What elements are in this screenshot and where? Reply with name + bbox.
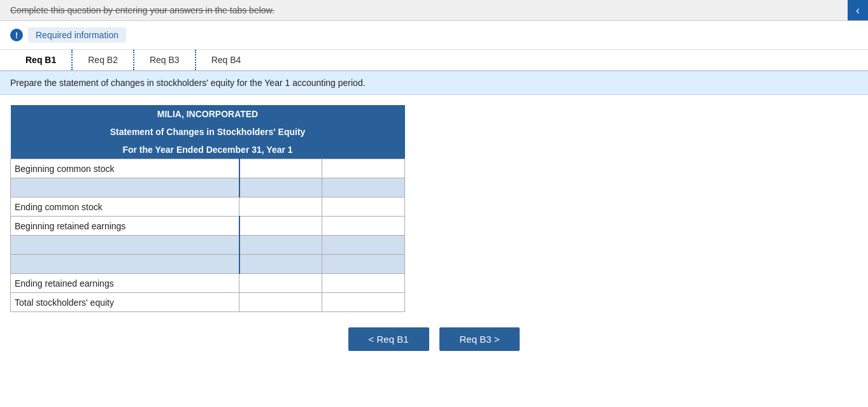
prev-button[interactable]: < Req B1 [348, 327, 429, 351]
input-field-1-5[interactable] [243, 256, 319, 272]
input-cell-2-0 [322, 159, 405, 178]
input-cell-1-4[interactable] [239, 236, 322, 255]
table-row: Beginning retained earnings [11, 217, 405, 236]
statement-table-container: MILIA, INCORPORATED Statement of Changes… [10, 105, 405, 312]
row-label-1 [11, 178, 239, 197]
table-row: Ending retained earnings [11, 274, 405, 293]
table-row [11, 178, 405, 197]
input-cell-2-1 [322, 178, 405, 197]
input-cell-1-5[interactable] [239, 255, 322, 274]
tabs-row: Req B1 Req B2 Req B3 Req B4 [0, 50, 868, 71]
nav-buttons: < Req B1 Req B3 > [0, 327, 868, 351]
tab-req-b3[interactable]: Req B3 [134, 50, 196, 70]
input-cell-2-4 [322, 236, 405, 255]
table-row: Total stockholders' equity [11, 293, 405, 312]
row-label-2: Ending common stock [11, 197, 239, 217]
row-label-6: Ending retained earnings [11, 274, 239, 293]
instruction-text: Complete this question by entering your … [10, 5, 274, 15]
table-header-3: For the Year Ended December 31, Year 1 [11, 141, 405, 159]
required-info-bar: ! Required information [0, 21, 868, 50]
table-row [11, 236, 405, 255]
tab-req-b2[interactable]: Req B2 [73, 50, 134, 70]
input-field-1-3[interactable] [243, 218, 319, 234]
input-cell-2-3 [322, 217, 405, 236]
input-cell-1-1[interactable] [239, 178, 322, 197]
input-cell-1-2 [239, 197, 322, 217]
input-cell-2-5 [322, 255, 405, 274]
input-cell-1-0[interactable] [239, 159, 322, 178]
period-label: For the Year Ended December 31, Year 1 [11, 141, 405, 159]
table-row [11, 255, 405, 274]
tab-req-b4[interactable]: Req B4 [196, 50, 257, 70]
input-cell-1-3[interactable] [239, 217, 322, 236]
row-label-3: Beginning retained earnings [11, 217, 239, 236]
row-label-4 [11, 236, 239, 255]
input-field-1-1[interactable] [243, 180, 319, 196]
table-header-1: MILIA, INCORPORATED [11, 105, 405, 123]
input-cell-2-7 [322, 293, 405, 312]
required-info-label: Required information [28, 27, 126, 43]
info-icon: ! [10, 29, 23, 41]
input-field-1-4[interactable] [243, 237, 319, 253]
company-name: MILIA, INCORPORATED [11, 105, 405, 123]
input-cell-2-6 [322, 274, 405, 293]
tab-req-b1[interactable]: Req B1 [10, 50, 73, 70]
table-row: Beginning common stock [11, 159, 405, 178]
input-cell-1-6 [239, 274, 322, 293]
row-label-5 [11, 255, 239, 274]
instruction-bar: Complete this question by entering your … [0, 0, 868, 21]
table-header-2: Statement of Changes in Stockholders' Eq… [11, 123, 405, 141]
row-label-0: Beginning common stock [11, 159, 239, 178]
collapse-button[interactable]: ‹ [848, 0, 868, 20]
statement-title: Statement of Changes in Stockholders' Eq… [11, 123, 405, 141]
input-cell-2-2 [322, 197, 405, 217]
table-row: Ending common stock [11, 197, 405, 217]
statement-table: MILIA, INCORPORATED Statement of Changes… [10, 105, 405, 312]
instruction-description: Prepare the statement of changes in stoc… [0, 71, 868, 95]
input-field-1-0[interactable] [243, 161, 319, 176]
next-button[interactable]: Req B3 > [439, 327, 520, 351]
input-cell-1-7 [239, 293, 322, 312]
row-label-7: Total stockholders' equity [11, 293, 239, 312]
